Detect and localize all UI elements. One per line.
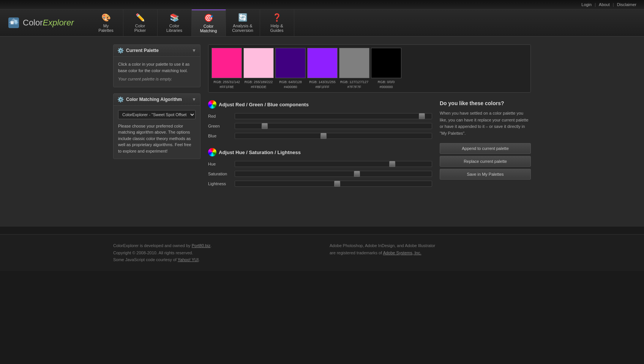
hsl-section: Adjust Hue / Saturation / Lightness Hue … [208,148,432,187]
blue-label: Blue [208,134,231,138]
matching-icon: 🎯 [204,13,213,22]
nav-my-palettes[interactable]: 🎨 MyPalettes [89,9,123,36]
sliders-section: Adjust Red / Green / Blue components Red… [208,100,432,193]
footer-js-line: Some JavaScript code courtesy of [113,257,178,262]
algorithm-header[interactable]: ⚙️ Color Matching Algorithm ▼ [114,94,200,106]
logo[interactable]: ColorExplorer [8,13,82,33]
current-palette-desc: Click a color in your palette to use it … [118,62,189,73]
algorithm-desc: Please choose your preferred color match… [118,124,191,153]
sat-slider-row: Saturation [208,171,432,177]
algorithm-header-left: ⚙️ Color Matching Algorithm [117,96,182,102]
footer-copyright: Copyright © 2008-2010. All rights reserv… [113,251,193,255]
help-icon: ❓ [272,13,282,22]
side-info-desc: When you have settled on a color palette… [440,110,531,137]
nav-label-color-matching: ColorMatching [200,24,217,33]
footer-col-1: ColorExplorer is developed and owned by … [113,242,314,263]
swatch-label-1: RGB: 255/189/222#FFBDDE [245,80,273,89]
side-info: Do you like these colors? When you have … [440,100,531,193]
yahoo-yui-link[interactable]: Yahoo! YUI [178,257,199,262]
hue-slider-thumb[interactable] [389,161,395,167]
swatch-item-4[interactable]: RGB: 127/127/127#7F7F7F [339,48,369,89]
replace-palette-button[interactable]: Replace current palette [440,156,531,167]
main-nav: 🎨 MyPalettes ✏️ ColorPicker 📚 ColorLibra… [89,9,637,36]
blue-slider-track[interactable] [235,133,432,139]
blue-slider-thumb[interactable] [320,133,327,139]
logo-explorer-text: Explorer [43,18,74,27]
light-slider-track[interactable] [235,181,432,187]
swatch-item-1[interactable]: RGB: 255/189/222#FFBDDE [243,48,274,89]
swatch-color-4[interactable] [339,48,369,78]
light-slider-row: Lightness [208,181,432,187]
save-palette-button[interactable]: Save in My Palettes [440,169,531,180]
swatch-label-4: RGB: 127/127/127#7F7F7F [340,80,369,89]
footer-period: . [210,243,212,248]
swatch-color-1[interactable] [243,48,274,78]
hsl-color-ball [208,148,216,156]
sep2: | [613,2,614,7]
sat-slider-thumb[interactable] [354,171,360,177]
nav-color-picker[interactable]: ✏️ ColorPicker [123,9,158,36]
sat-label: Saturation [208,172,231,176]
hsl-section-title: Adjust Hue / Saturation / Lightness [208,148,432,156]
port80-link[interactable]: Port80.biz [192,243,211,248]
swatch-item-5[interactable]: RGB: 0/0/0#000000 [371,48,401,89]
algorithm-arrow: ▼ [192,97,196,102]
side-info-title: Do you like these colors? [440,100,531,106]
swatch-label-5: RGB: 0/0/0#000000 [378,80,395,89]
login-link[interactable]: Login [581,2,592,7]
light-slider-thumb[interactable] [334,181,340,187]
nav-color-matching[interactable]: 🎯 ColorMatching [192,9,226,36]
nav-analysis-conversion[interactable]: 🔄 Analysis &Conversion [226,9,260,36]
hue-slider-row: Hue [208,161,432,167]
footer-col-2: Adobe Photoshop, Adobe InDesign, and Ado… [330,242,531,263]
nav-label-analysis-conversion: Analysis &Conversion [232,24,253,33]
nav-color-libraries[interactable]: 📚 ColorLibraries [158,9,192,36]
swatch-color-3[interactable] [307,48,338,78]
current-palette-body: Click a color in your palette to use it … [114,57,200,87]
rgb-section-title: Adjust Red / Green / Blue components [208,100,432,109]
algorithm-panel: ⚙️ Color Matching Algorithm ▼ ColorExplo… [113,93,200,159]
about-link[interactable]: About [599,2,610,7]
hue-label: Hue [208,162,231,166]
bottom-row: Adjust Red / Green / Blue components Red… [208,100,531,193]
nav-label-color-picker: ColorPicker [134,24,146,33]
footer-adobe-line2: are registered trademarks of [330,251,383,255]
hue-slider-track[interactable] [235,161,432,167]
green-slider-row: Green [208,123,432,129]
rgb-section: Adjust Red / Green / Blue components Red… [208,100,432,139]
blue-slider-row: Blue [208,133,432,139]
swatch-color-2[interactable] [275,48,306,78]
append-palette-button[interactable]: Append to current palette [440,143,531,154]
content: ⚙️ Current Palette ▼ Click a color in yo… [113,44,531,193]
nav-help-guides[interactable]: ❓ Help &Guides [260,9,294,36]
swatch-item-0[interactable]: RGB: 255/31/142#FF1F8E [212,48,242,89]
palette-icon: 🎨 [101,13,111,22]
nav-label-color-libraries: ColorLibraries [166,24,182,33]
green-slider-thumb[interactable] [262,123,268,129]
left-panel: ⚙️ Current Palette ▼ Click a color in yo… [113,44,200,165]
algorithm-body: ColorExplorer - "Sweet Spot Offset" Comp… [114,106,200,159]
green-label: Green [208,124,231,128]
green-slider-track[interactable] [235,123,432,129]
swatch-item-3[interactable]: RGB: 143/31/255#8F1FFF [307,48,338,89]
algorithm-gear-icon: ⚙️ [117,96,124,102]
swatch-label-0: RGB: 255/31/142#FF1F8E [213,80,240,89]
palette-gear-icon: ⚙️ [117,47,124,54]
swatch-color-0[interactable] [212,48,242,78]
red-slider-track[interactable] [235,113,432,119]
footer-line1: ColorExplorer is developed and owned by [113,243,192,248]
swatch-item-2[interactable]: RGB: 64/0/128#400080 [275,48,306,89]
current-palette-empty: Your current palette is empty. [118,76,196,82]
footer-period2: . [199,257,200,262]
red-slider-thumb[interactable] [419,113,425,119]
current-palette-header[interactable]: ⚙️ Current Palette ▼ [114,45,200,57]
sat-slider-track[interactable] [235,171,432,177]
adobe-link[interactable]: Adobe Systems, Inc. [383,251,421,255]
algorithm-select[interactable]: ColorExplorer - "Sweet Spot Offset" Comp… [118,110,196,119]
footer: ColorExplorer is developed and owned by … [0,234,644,271]
library-icon: 📚 [170,13,179,22]
disclaimer-link[interactable]: Disclaimer [617,2,636,7]
swatch-color-5[interactable] [371,48,401,78]
sep1: | [595,2,596,7]
main-wrapper: ⚙️ Current Palette ▼ Click a color in yo… [0,37,644,227]
